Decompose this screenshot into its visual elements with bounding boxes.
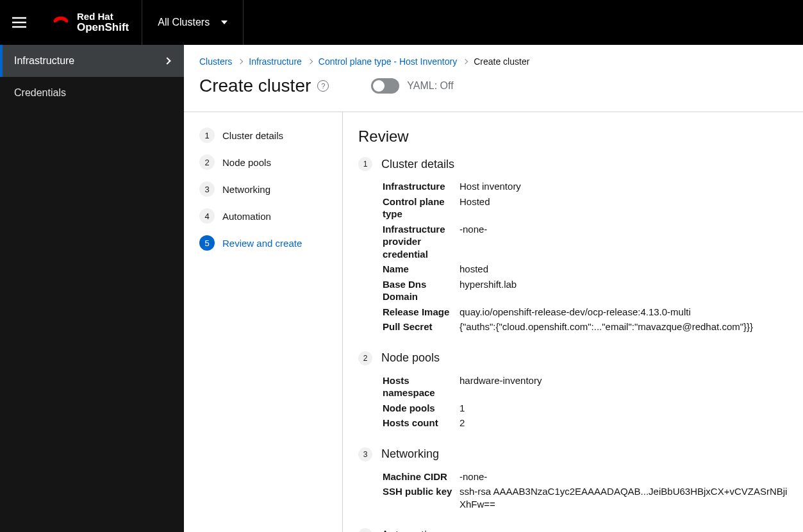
- hamburger-icon: [12, 17, 26, 28]
- context-dropdown[interactable]: All Clusters: [142, 0, 244, 45]
- sidebar-item-credentials[interactable]: Credentials: [0, 77, 184, 109]
- help-icon[interactable]: ?: [317, 80, 329, 92]
- kv-row: Control plane typeHosted: [358, 194, 788, 222]
- chevron-right-icon: [308, 59, 313, 64]
- kv-row: Base Dns Domainhypershift.lab: [358, 277, 788, 304]
- review-title: Review: [358, 128, 788, 145]
- section-title: Automation: [381, 529, 440, 533]
- section-number: 4: [358, 528, 372, 532]
- kv-row: Hosts count2: [358, 415, 788, 431]
- section-number: 3: [358, 447, 372, 461]
- kv-row: Release Imagequay.io/openshift-release-d…: [358, 304, 788, 320]
- breadcrumb-link-infrastructure[interactable]: Infrastructure: [249, 56, 301, 67]
- wizard-nav: 1 Cluster details 2 Node pools 3 Network…: [184, 112, 343, 532]
- breadcrumb-link-controlplane[interactable]: Control plane type - Host Inventory: [319, 56, 457, 67]
- chevron-right-icon: [463, 59, 468, 64]
- kv-row: Node pools1: [358, 401, 788, 416]
- section-title: Cluster details: [381, 158, 454, 171]
- review-section-cluster-details: 1 Cluster details InfrastructureHost inv…: [358, 157, 788, 335]
- chevron-right-icon: [163, 57, 170, 64]
- menu-toggle-button[interactable]: [0, 0, 38, 45]
- brand-name: Red Hat: [77, 12, 129, 22]
- section-number: 1: [358, 157, 372, 171]
- redhat-fedora-icon: [51, 15, 70, 29]
- review-section-node-pools: 2 Node pools Hosts namespacehardware-inv…: [358, 351, 788, 431]
- context-dropdown-label: All Clusters: [158, 17, 210, 28]
- main: Clusters Infrastructure Control plane ty…: [184, 45, 803, 532]
- review-section-automation: 4 Automation Automation template-none-: [358, 528, 788, 532]
- caret-down-icon: [221, 21, 228, 24]
- kv-row: Machine CIDR-none-: [358, 469, 788, 485]
- section-number: 2: [358, 351, 372, 365]
- sidebar: Infrastructure Credentials: [0, 45, 184, 532]
- kv-row: Namehosted: [358, 262, 788, 277]
- wizard-step-cluster-details[interactable]: 1 Cluster details: [199, 128, 332, 143]
- svg-point-3: [53, 21, 69, 28]
- yaml-toggle[interactable]: [371, 78, 399, 94]
- page-title: Create cluster ?: [199, 76, 329, 96]
- section-title: Networking: [381, 447, 439, 461]
- main-header: Clusters Infrastructure Control plane ty…: [184, 45, 803, 112]
- topbar: Red Hat OpenShift All Clusters: [0, 0, 803, 45]
- sidebar-item-label: Credentials: [14, 87, 66, 99]
- kv-row: SSH public keyssh-rsa AAAAB3NzaC1yc2EAAA…: [358, 484, 788, 511]
- kv-row: Infrastructure provider credential-none-: [358, 222, 788, 262]
- kv-row: Pull Secret{"auths":{"cloud.openshift.co…: [358, 319, 788, 335]
- wizard-step-automation[interactable]: 4 Automation: [199, 208, 332, 224]
- sidebar-item-label: Infrastructure: [14, 55, 74, 67]
- breadcrumb: Clusters Infrastructure Control plane ty…: [199, 56, 788, 67]
- breadcrumb-link-clusters[interactable]: Clusters: [199, 56, 232, 67]
- review-pane: Review 1 Cluster details InfrastructureH…: [343, 112, 803, 532]
- chevron-right-icon: [238, 59, 243, 64]
- wizard-step-node-pools[interactable]: 2 Node pools: [199, 154, 332, 170]
- kv-row: Hosts namespacehardware-inventory: [358, 373, 788, 401]
- review-section-networking: 3 Networking Machine CIDR-none- SSH publ…: [358, 447, 788, 512]
- product-name: OpenShift: [77, 22, 129, 33]
- wizard-step-review[interactable]: 5 Review and create: [199, 235, 332, 251]
- breadcrumb-current: Create cluster: [474, 56, 529, 67]
- brand-logo[interactable]: Red Hat OpenShift: [38, 0, 142, 45]
- kv-row: InfrastructureHost inventory: [358, 179, 788, 194]
- wizard-step-networking[interactable]: 3 Networking: [199, 181, 332, 197]
- section-title: Node pools: [381, 351, 440, 365]
- yaml-toggle-label: YAML: Off: [407, 80, 453, 92]
- sidebar-item-infrastructure[interactable]: Infrastructure: [0, 45, 184, 77]
